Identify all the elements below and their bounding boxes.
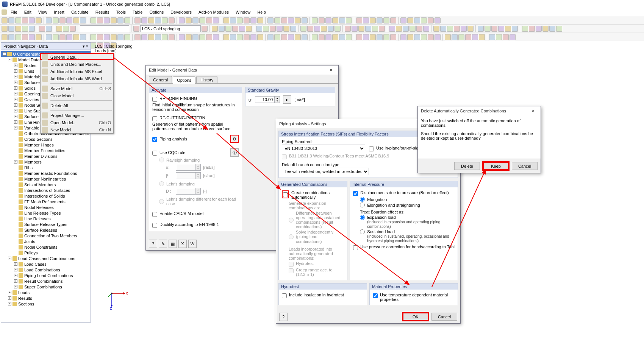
tool-icon[interactable] <box>213 34 219 40</box>
tool-icon[interactable] <box>192 17 199 23</box>
tool-icon[interactable] <box>73 17 79 23</box>
menu-window[interactable]: Window <box>233 9 253 15</box>
tool-icon[interactable] <box>70 26 76 32</box>
tool-icon[interactable] <box>66 17 72 23</box>
tool-icon[interactable] <box>206 17 212 23</box>
tree-item[interactable]: Member Nonlinearities <box>1 176 91 182</box>
spin-gravity[interactable]: ▴▾ <box>255 96 280 103</box>
tool-icon[interactable] <box>263 26 269 32</box>
tool-icon[interactable] <box>111 34 117 40</box>
dialog-titlebar[interactable]: Delete Automatically Generated Combinati… <box>418 106 541 115</box>
nav-next-icon[interactable] <box>202 26 208 32</box>
tool-icon[interactable] <box>325 34 331 40</box>
tree-item[interactable]: Surface Releases <box>1 227 91 233</box>
menu-table[interactable]: Table <box>130 9 145 15</box>
menu-edit[interactable]: Edit <box>21 9 34 15</box>
dialog-tabs[interactable]: General Options History <box>146 75 338 84</box>
tool-icon[interactable] <box>29 26 35 32</box>
tool-icon[interactable] <box>29 34 35 40</box>
tree-item[interactable]: Sets of Members <box>1 182 91 187</box>
tree-item[interactable]: Member Divisions <box>1 153 91 159</box>
tool-icon[interactable] <box>90 17 96 23</box>
tree-item[interactable]: +Result Combinations <box>1 278 91 284</box>
context-menu-item[interactable]: Additional Info via MS Excel <box>41 68 113 75</box>
tool-icon[interactable] <box>90 34 96 40</box>
tree-item[interactable]: Member Elastic Foundations <box>1 170 91 176</box>
menu-calculate[interactable]: Calculate <box>68 9 92 15</box>
tool-icon[interactable] <box>63 26 69 32</box>
tool-icon[interactable] <box>244 34 250 40</box>
chk-cqc[interactable] <box>152 151 157 156</box>
menu-insert[interactable]: Insert <box>51 9 67 15</box>
tool-icon[interactable] <box>186 34 192 40</box>
menu-file[interactable]: File <box>8 9 20 15</box>
tool-icon[interactable] <box>53 17 59 23</box>
tree-item[interactable]: Line Release Types <box>1 210 91 216</box>
tool-icon[interactable] <box>270 26 276 32</box>
app-menu-icon[interactable] <box>2 9 7 15</box>
tool-icon[interactable] <box>339 34 345 40</box>
tool-icon[interactable] <box>319 17 325 23</box>
tool-icon[interactable] <box>206 34 212 40</box>
tool-icon[interactable] <box>542 26 549 32</box>
tool-icon[interactable] <box>479 34 485 40</box>
tool-icon[interactable] <box>346 34 352 40</box>
tool-icon[interactable] <box>465 34 471 40</box>
tool-icon[interactable] <box>416 26 422 32</box>
tool-icon[interactable] <box>372 26 378 32</box>
keep-button[interactable]: Keep <box>483 162 509 170</box>
tool-icon[interactable] <box>452 34 458 40</box>
toolbar-3[interactable] <box>0 33 644 41</box>
tool-icon[interactable] <box>288 17 294 23</box>
tool-icon[interactable] <box>505 26 511 32</box>
context-menu-item[interactable]: Delete All <box>41 102 113 109</box>
tool-icon[interactable] <box>22 26 28 32</box>
help-icon[interactable]: ? <box>279 313 288 321</box>
tree-item[interactable]: +Sections <box>1 301 91 307</box>
tool-icon[interactable] <box>97 34 103 40</box>
tool-icon[interactable] <box>179 17 185 23</box>
tool-icon[interactable] <box>363 17 369 23</box>
chk-temp-dep[interactable] <box>373 293 378 298</box>
tree-item[interactable]: +Results <box>1 295 91 301</box>
tool-icon[interactable] <box>288 34 294 40</box>
tool-icon[interactable] <box>232 26 238 32</box>
tool-icon[interactable] <box>383 34 389 40</box>
tree-item[interactable]: FE Mesh Refinements <box>1 199 91 204</box>
tool-icon[interactable] <box>148 34 154 40</box>
tool-icon[interactable] <box>80 17 86 23</box>
tool-icon[interactable] <box>445 34 451 40</box>
tool-icon[interactable] <box>356 17 362 23</box>
tool-icon[interactable] <box>53 34 59 40</box>
tool-icon[interactable] <box>2 17 8 23</box>
tool-icon[interactable] <box>536 26 542 32</box>
tool-icon[interactable] <box>179 34 185 40</box>
tool-icon[interactable] <box>66 34 72 40</box>
tree-item[interactable]: +Load Cases <box>1 261 91 267</box>
chk-form-finding[interactable] <box>152 97 157 102</box>
tool-icon[interactable] <box>250 17 256 23</box>
nav-prev-icon[interactable] <box>133 26 139 32</box>
tool-icon[interactable] <box>169 17 175 23</box>
context-menu-item[interactable]: Save ModelCtrl+S <box>41 85 113 92</box>
tree-item[interactable]: Intersections of Solids <box>1 193 91 199</box>
tool-icon[interactable] <box>257 17 263 23</box>
gravity-pick-icon[interactable]: ▸ <box>283 95 291 104</box>
piping-settings-button[interactable]: ⚙ <box>230 135 239 143</box>
tool-icon[interactable] <box>478 26 484 32</box>
ok-button[interactable]: OK <box>403 313 428 321</box>
tool-icon[interactable] <box>124 17 130 23</box>
tool-icon[interactable] <box>237 34 243 40</box>
chk-cutting-pattern[interactable] <box>152 116 157 121</box>
tool-icon[interactable] <box>223 17 229 23</box>
tool-icon[interactable] <box>39 26 45 32</box>
tool-icon[interactable] <box>256 26 262 32</box>
menu-tools[interactable]: Tools <box>113 9 129 15</box>
tool-icon[interactable] <box>529 26 535 32</box>
toolbar-combo-a[interactable] <box>80 25 129 32</box>
tool-icon[interactable] <box>358 26 364 32</box>
toolbar-combo-loadcase[interactable] <box>140 25 201 32</box>
tool-icon[interactable] <box>80 34 86 40</box>
tool-icon[interactable] <box>8 26 14 32</box>
tool-icon[interactable] <box>290 26 296 32</box>
